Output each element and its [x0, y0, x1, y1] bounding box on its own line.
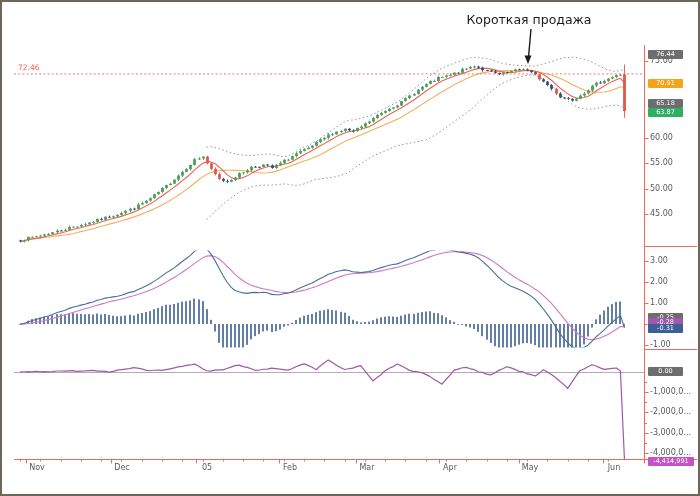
macd-tick-label: 1.00	[650, 299, 668, 307]
price-badge-upper-band: 76.44	[648, 50, 683, 59]
equity-tick-label: -4,000,0...	[650, 449, 691, 457]
annotation-short-sale: Короткая продажа	[466, 12, 591, 27]
month-label: 05	[202, 464, 212, 472]
price-tick-label: 50.00	[650, 185, 673, 193]
price-badge-last-price: 63.87	[648, 108, 683, 117]
equity-badge-zero: 0.00	[648, 367, 683, 376]
price-tick-label: 55.00	[650, 159, 673, 167]
month-label: Dec	[114, 464, 129, 472]
hline-price-label: 72.46	[18, 64, 39, 72]
month-label: Jun	[608, 464, 621, 472]
equity-tick-label: -3,000,0...	[650, 429, 691, 437]
chart-root: 72.46 Короткая продажа 75.0060.0055.0050…	[0, 0, 700, 496]
month-label: Mar	[359, 464, 374, 472]
equity-tick-label: -1,000,0...	[650, 388, 691, 396]
month-label: Feb	[283, 464, 297, 472]
month-label: Apr	[443, 464, 457, 472]
macd-tick-label: 3.00	[650, 257, 668, 265]
month-label: Nov	[29, 464, 45, 472]
equity-tick-label: -2,000,0...	[650, 408, 691, 416]
price-badge-lower-band: 65.18	[648, 99, 683, 108]
price-tick-label: 45.00	[650, 210, 673, 218]
macd-tick-label: -1.00	[650, 341, 671, 349]
month-label: May	[522, 464, 539, 472]
price-badge-ma-value: 70.91	[648, 79, 683, 88]
equity-badge-final: -4,414,991	[648, 457, 694, 466]
price-tick-label: 60.00	[650, 134, 673, 142]
chart-canvas	[2, 2, 698, 494]
macd-tick-label: 2.00	[650, 278, 668, 286]
macd-badge-macd-last: -0.31	[648, 324, 683, 333]
